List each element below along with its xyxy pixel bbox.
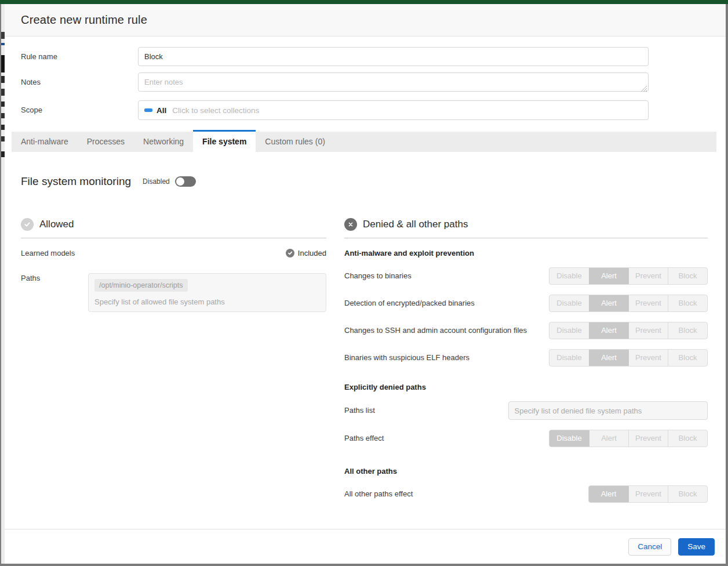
learned-models-row: Learned models Included bbox=[21, 249, 326, 257]
effect-option-prevent[interactable]: Prevent bbox=[628, 486, 668, 502]
encrypted-binaries-row: Detection of encrypted/packed binaries D… bbox=[344, 295, 708, 312]
monitoring-state-label: Disabled bbox=[143, 177, 170, 186]
effect-option-alert[interactable]: Alert bbox=[589, 486, 628, 502]
learned-models-label: Learned models bbox=[21, 249, 75, 257]
notes-row: Notes bbox=[21, 72, 709, 94]
encrypted-binaries-effect-selector: DisableAlertPreventBlock bbox=[549, 295, 708, 312]
rule-tabs: Anti-malware Processes Networking File s… bbox=[12, 132, 716, 152]
file-system-monitoring-row: File system monitoring Disabled bbox=[21, 175, 726, 188]
allowed-paths-row: Paths /opt/minio-operator/scripts Specif… bbox=[21, 273, 326, 312]
effect-option-prevent[interactable]: Prevent bbox=[628, 430, 668, 447]
ssh-admin-config-effect-selector: DisableAlertPreventBlock bbox=[549, 322, 708, 339]
scope-chip-all: All bbox=[156, 106, 166, 115]
effect-option-block[interactable]: Block bbox=[668, 486, 707, 502]
paths-effect-label: Paths effect bbox=[344, 433, 541, 444]
ssh-admin-config-label: Changes to SSH and admin account configu… bbox=[344, 325, 536, 336]
effect-option-disable[interactable]: Disable bbox=[549, 268, 589, 284]
scope-collections-input[interactable]: All Click to select collections bbox=[138, 100, 649, 120]
allowed-paths-label: Paths bbox=[21, 273, 88, 312]
anti-malware-subheader: Anti-malware and exploit prevention bbox=[344, 249, 708, 257]
window-border-right bbox=[726, 4, 728, 566]
rule-name-input[interactable] bbox=[138, 47, 649, 66]
notes-input[interactable] bbox=[138, 72, 649, 92]
notes-label: Notes bbox=[21, 72, 138, 92]
effect-option-prevent[interactable]: Prevent bbox=[628, 350, 668, 366]
scope-row: Scope All Click to select collections bbox=[21, 100, 709, 120]
encrypted-binaries-label: Detection of encrypted/packed binaries bbox=[344, 297, 541, 309]
effect-option-block[interactable]: Block bbox=[668, 268, 707, 284]
effect-option-disable[interactable]: Disable bbox=[549, 350, 589, 366]
effect-option-alert[interactable]: Alert bbox=[589, 295, 628, 311]
tab-processes[interactable]: Processes bbox=[78, 132, 134, 152]
effect-option-disable[interactable]: Disable bbox=[549, 295, 589, 311]
dialog-title: Create new runtime rule bbox=[21, 13, 147, 27]
toggle-knob bbox=[176, 177, 184, 186]
paths-effect-row: Paths effect DisableAlertPreventBlock bbox=[344, 430, 708, 447]
tab-anti-malware[interactable]: Anti-malware bbox=[12, 132, 78, 152]
elf-headers-row: Binaries with suspicious ELF headers Dis… bbox=[344, 349, 708, 367]
paths-effect-selector: DisableAlertPreventBlock bbox=[549, 430, 708, 447]
denied-title: Denied & all other paths bbox=[363, 219, 468, 230]
check-circle-icon bbox=[21, 218, 34, 231]
dialog-header: Create new runtime rule bbox=[5, 4, 726, 37]
tab-file-system[interactable]: File system bbox=[193, 132, 256, 152]
all-other-paths-subheader: All other paths bbox=[344, 467, 708, 476]
window-border-left bbox=[0, 4, 1, 566]
effect-option-prevent[interactable]: Prevent bbox=[628, 268, 668, 284]
effect-option-block[interactable]: Block bbox=[668, 350, 707, 366]
allowed-path-chip[interactable]: /opt/minio-operator/scripts bbox=[94, 279, 188, 292]
ssh-admin-config-row: Changes to SSH and admin account configu… bbox=[344, 322, 708, 339]
effect-option-block[interactable]: Block bbox=[668, 295, 707, 311]
scope-label: Scope bbox=[21, 100, 138, 119]
denied-paths-list-input[interactable] bbox=[508, 401, 708, 420]
x-circle-icon bbox=[344, 218, 357, 231]
rule-name-row: Rule name bbox=[21, 47, 709, 66]
effect-option-prevent[interactable]: Prevent bbox=[628, 322, 668, 339]
effect-option-alert[interactable]: Alert bbox=[589, 268, 628, 284]
allowed-title: Allowed bbox=[39, 219, 74, 230]
effect-option-alert[interactable]: Alert bbox=[589, 350, 628, 366]
rule-name-label: Rule name bbox=[21, 47, 138, 66]
allowed-paths-input[interactable]: /opt/minio-operator/scripts Specify list… bbox=[88, 273, 326, 312]
effect-option-disable[interactable]: Disable bbox=[549, 430, 589, 447]
allowed-section: Allowed Learned models Included Paths /o… bbox=[21, 218, 326, 503]
rule-form: Rule name Notes Scope All Click to selec… bbox=[5, 37, 726, 120]
changes-to-binaries-effect-selector: DisableAlertPreventBlock bbox=[549, 267, 708, 285]
changes-to-binaries-row: Changes to binaries DisableAlertPreventB… bbox=[344, 267, 708, 285]
file-system-monitoring-toggle[interactable] bbox=[175, 176, 196, 187]
denied-section: Denied & all other paths Anti-malware an… bbox=[344, 218, 708, 503]
elf-headers-effect-selector: DisableAlertPreventBlock bbox=[549, 349, 708, 367]
all-other-paths-effect-row: All other paths effect AlertPreventBlock bbox=[344, 485, 708, 503]
tab-custom-rules[interactable]: Custom rules (0) bbox=[256, 132, 334, 152]
tab-networking[interactable]: Networking bbox=[134, 132, 193, 152]
scope-placeholder: Click to select collections bbox=[172, 106, 259, 115]
denied-paths-list-row: Paths list bbox=[344, 401, 708, 420]
effect-option-block[interactable]: Block bbox=[668, 322, 707, 339]
collection-dash-icon bbox=[144, 108, 152, 112]
allowed-paths-placeholder: Specify list of allowed file system path… bbox=[94, 297, 320, 306]
included-label: Included bbox=[298, 249, 326, 257]
save-button[interactable]: Save bbox=[678, 538, 715, 556]
included-check-icon bbox=[286, 249, 294, 257]
effect-option-disable[interactable]: Disable bbox=[549, 322, 589, 339]
all-other-paths-effect-selector: AlertPreventBlock bbox=[588, 485, 708, 503]
learned-models-status: Included bbox=[282, 249, 326, 257]
cancel-button[interactable]: Cancel bbox=[628, 538, 671, 556]
effect-option-prevent[interactable]: Prevent bbox=[628, 295, 668, 311]
elf-headers-label: Binaries with suspicious ELF headers bbox=[344, 352, 541, 364]
effect-option-alert[interactable]: Alert bbox=[589, 430, 628, 447]
file-system-monitoring-title: File system monitoring bbox=[21, 175, 131, 188]
window-border-bottom bbox=[0, 564, 728, 566]
explicitly-denied-subheader: Explicitly denied paths bbox=[344, 383, 708, 391]
top-green-bar bbox=[0, 0, 728, 4]
dialog-footer: Cancel Save bbox=[5, 529, 726, 564]
denied-section-header: Denied & all other paths bbox=[344, 218, 708, 238]
allowed-section-header: Allowed bbox=[21, 218, 326, 238]
denied-paths-list-label: Paths list bbox=[344, 405, 508, 416]
all-other-paths-effect-label: All other paths effect bbox=[344, 488, 541, 500]
effect-option-block[interactable]: Block bbox=[668, 430, 707, 447]
create-runtime-rule-dialog: Create new runtime rule Rule name Notes … bbox=[5, 4, 726, 564]
effect-option-alert[interactable]: Alert bbox=[589, 322, 628, 339]
changes-to-binaries-label: Changes to binaries bbox=[344, 270, 541, 282]
